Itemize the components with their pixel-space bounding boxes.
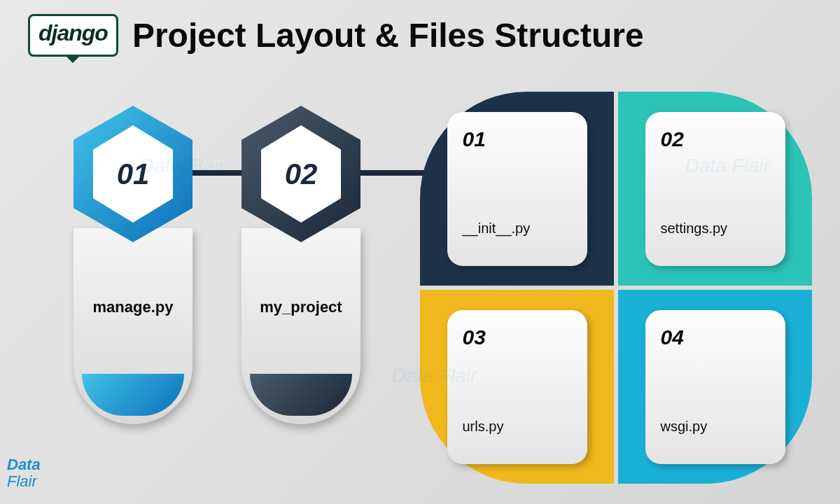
card-label: wsgi.py	[661, 419, 770, 435]
file-quad-grid: 01 __init__.py 02 settings.py 03 urls.py…	[420, 92, 812, 484]
card-label: settings.py	[661, 220, 770, 237]
card-number: 02	[661, 127, 770, 151]
django-logo-text: django	[38, 20, 108, 46]
hexagon-shape: 02	[241, 106, 360, 242]
quad-cell-settings: 02 settings.py	[618, 92, 812, 286]
pill-body: my_project	[241, 228, 360, 424]
pill-bottom	[250, 374, 352, 416]
brand-line1: Data	[7, 456, 41, 473]
card-number: 01	[463, 127, 572, 151]
dataflair-brand: Data Flair	[7, 456, 41, 490]
pill-label: my_project	[260, 298, 342, 316]
django-logo: django	[28, 14, 118, 57]
quad-cell-urls: 03 urls.py	[420, 290, 614, 484]
quad-cell-init: 01 __init__.py	[420, 92, 614, 286]
header-row: django Project Layout & Files Structure	[0, 0, 840, 64]
pill-label: manage.py	[93, 298, 174, 316]
card-label: __init__.py	[463, 220, 572, 237]
hex-item-manage: 01 manage.py	[63, 106, 203, 424]
card-number: 04	[661, 326, 770, 349]
pill-body: manage.py	[74, 228, 192, 424]
file-card: 01 __init__.py	[447, 112, 587, 266]
file-card: 04 wsgi.py	[645, 310, 785, 464]
card-label: urls.py	[463, 419, 572, 435]
file-card: 03 urls.py	[447, 310, 587, 464]
pill-bottom	[82, 374, 184, 416]
brand-line2: Flair	[7, 472, 37, 490]
diagram-content: 01 manage.py 02 my_project 01 __init__.p…	[0, 64, 840, 484]
hex-number: 02	[285, 158, 318, 191]
hexagon-shape: 01	[74, 106, 192, 242]
card-number: 03	[463, 326, 572, 349]
hex-number: 01	[117, 158, 150, 191]
page-title: Project Layout & Files Structure	[132, 16, 644, 55]
file-card: 02 settings.py	[645, 112, 785, 266]
quad-cell-wsgi: 04 wsgi.py	[618, 290, 812, 484]
hex-item-myproject: 02 my_project	[231, 106, 371, 424]
